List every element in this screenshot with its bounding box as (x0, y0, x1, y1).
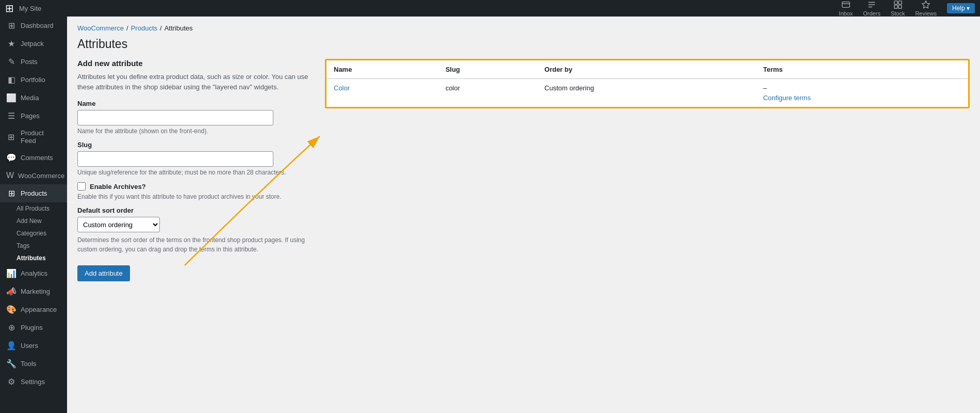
slug-field-group: Slug Unique slug/reference for the attri… (77, 141, 315, 176)
wp-logo[interactable]: ⊞ (5, 2, 14, 14)
sidebar-item-comments[interactable]: 💬 Comments (0, 149, 67, 167)
col-terms-header: Terms (756, 60, 968, 79)
row-terms-cell: – Configure terms (756, 79, 968, 107)
sidebar-item-portfolio[interactable]: ◧ Portfolio (0, 71, 67, 89)
media-icon: ⬜ (6, 93, 17, 103)
sidebar-item-products[interactable]: ⊞ Products (0, 184, 67, 202)
sidebar-item-marketing[interactable]: 📣 Marketing (0, 282, 67, 300)
sidebar-item-woocommerce[interactable]: W WooCommerce (0, 167, 67, 184)
orders-button[interactable]: Orders (863, 0, 880, 17)
breadcrumb-current: Attributes (165, 24, 193, 32)
row-order-by-cell: Custom ordering (537, 79, 756, 107)
main-content: WooCommerce / Products / Attributes Attr… (67, 17, 980, 413)
form-title: Add new attribute (77, 59, 315, 68)
row-name-cell: Color (326, 79, 438, 107)
sort-order-field-group: Default sort order Custom orderingNameNa… (77, 206, 315, 254)
sidebar-sub-all-products[interactable]: All Products (0, 202, 67, 215)
marketing-icon: 📣 (6, 287, 17, 296)
breadcrumb-woocommerce[interactable]: WooCommerce (77, 24, 124, 32)
stock-button[interactable]: Stock (891, 0, 905, 17)
users-icon: 👤 (6, 341, 17, 351)
products-icon: ⊞ (6, 188, 17, 198)
toolbar-right: Inbox Orders Stock Reviews Help ▾ (839, 0, 975, 17)
name-label: Name (77, 100, 315, 107)
archives-hint: Enable this if you want this attribute t… (77, 193, 315, 200)
slug-label: Slug (77, 141, 315, 149)
sidebar-sub-tags[interactable]: Tags (0, 240, 67, 252)
sort-select[interactable]: Custom orderingNameName (numeric)Term ID (77, 217, 160, 232)
sidebar-item-posts[interactable]: ✎ Posts (0, 53, 67, 71)
product-feed-icon: ⊞ (6, 132, 17, 142)
svg-rect-2 (899, 1, 902, 4)
sidebar-item-tools[interactable]: 🔧 Tools (0, 355, 67, 373)
sidebar-item-users[interactable]: 👤 Users (0, 337, 67, 355)
sidebar-item-product-feed[interactable]: ⊞ Product Feed (0, 125, 67, 149)
woocommerce-icon: W (6, 171, 14, 180)
archives-checkbox[interactable] (77, 182, 86, 190)
breadcrumb-products[interactable]: Products (131, 24, 157, 32)
col-name-header: Name (326, 60, 438, 79)
help-button[interactable]: Help ▾ (947, 3, 975, 13)
jetpack-icon: ★ (6, 39, 17, 49)
col-order-by-header: Order by (537, 60, 756, 79)
inbox-button[interactable]: Inbox (839, 0, 853, 17)
sidebar-item-media[interactable]: ⬜ Media (0, 89, 67, 107)
add-attribute-panel: Add new attribute Attributes let you def… (77, 59, 315, 281)
color-attribute-link[interactable]: Color (334, 84, 350, 92)
sidebar-item-analytics[interactable]: 📊 Analytics (0, 264, 67, 282)
svg-rect-4 (899, 5, 902, 8)
sidebar-item-pages[interactable]: ☰ Pages (0, 107, 67, 125)
add-attribute-button[interactable]: Add attribute (77, 265, 130, 281)
reviews-button[interactable]: Reviews (915, 0, 937, 17)
sidebar: ⊞ Dashboard ★ Jetpack ✎ Posts ◧ Portfoli… (0, 17, 67, 413)
sidebar-sub-add-new[interactable]: Add New (0, 215, 67, 227)
pages-icon: ☰ (6, 111, 17, 121)
sidebar-sub-attributes[interactable]: Attributes (0, 252, 67, 264)
portfolio-icon: ◧ (6, 75, 17, 85)
settings-icon: ⚙ (6, 377, 17, 387)
slug-input[interactable] (77, 151, 273, 167)
page-title: Attributes (77, 37, 970, 51)
row-slug-cell: color (438, 79, 537, 107)
dashboard-icon: ⊞ (6, 21, 17, 30)
content-grid: Add new attribute Attributes let you def… (77, 59, 970, 281)
name-input[interactable] (77, 110, 273, 125)
sort-hint: Determines the sort order of the terms o… (77, 235, 315, 254)
configure-terms-link[interactable]: Configure terms (763, 94, 961, 102)
comments-icon: 💬 (6, 153, 17, 163)
archives-label[interactable]: Enable Archives? (90, 183, 146, 190)
attributes-table-panel: Name Slug Order by Terms Color (325, 59, 970, 281)
slug-hint: Unique slug/reference for the attribute;… (77, 169, 315, 176)
analytics-icon: 📊 (6, 268, 17, 278)
breadcrumb-sep2: / (160, 24, 162, 32)
sidebar-sub-categories[interactable]: Categories (0, 227, 67, 240)
svg-rect-1 (894, 1, 897, 4)
svg-rect-0 (842, 2, 850, 8)
sort-select-row: Custom orderingNameName (numeric)Term ID (77, 217, 315, 232)
site-name: My Site (19, 5, 41, 12)
sidebar-item-settings[interactable]: ⚙ Settings (0, 373, 67, 391)
sidebar-item-jetpack[interactable]: ★ Jetpack (0, 35, 67, 53)
sidebar-item-dashboard[interactable]: ⊞ Dashboard (0, 17, 67, 35)
sidebar-item-plugins[interactable]: ⊕ Plugins (0, 319, 67, 337)
appearance-icon: 🎨 (6, 305, 17, 314)
plugins-icon: ⊕ (6, 323, 17, 332)
sidebar-item-appearance[interactable]: 🎨 Appearance (0, 300, 67, 319)
tools-icon: 🔧 (6, 359, 17, 369)
svg-rect-3 (894, 5, 897, 8)
breadcrumb-sep1: / (126, 24, 128, 32)
table-row: Color color Custom ordering – Configure … (326, 79, 968, 107)
name-field-group: Name Name for the attribute (shown on th… (77, 100, 315, 135)
name-hint: Name for the attribute (shown on the fro… (77, 128, 315, 135)
sort-label: Default sort order (77, 206, 315, 214)
attributes-table: Name Slug Order by Terms Color (326, 60, 968, 107)
archives-field-group: Enable Archives? Enable this if you want… (77, 182, 315, 200)
col-slug-header: Slug (438, 60, 537, 79)
layout: ⊞ Dashboard ★ Jetpack ✎ Posts ◧ Portfoli… (0, 17, 980, 413)
breadcrumb: WooCommerce / Products / Attributes (77, 24, 970, 32)
posts-icon: ✎ (6, 57, 17, 67)
admin-bar: ⊞ My Site Inbox Orders Stock Reviews Hel… (0, 0, 980, 17)
archives-checkbox-row: Enable Archives? (77, 182, 315, 190)
form-desc: Attributes let you define extra product … (77, 72, 315, 92)
attributes-table-wrapper: Name Slug Order by Terms Color (325, 59, 970, 108)
